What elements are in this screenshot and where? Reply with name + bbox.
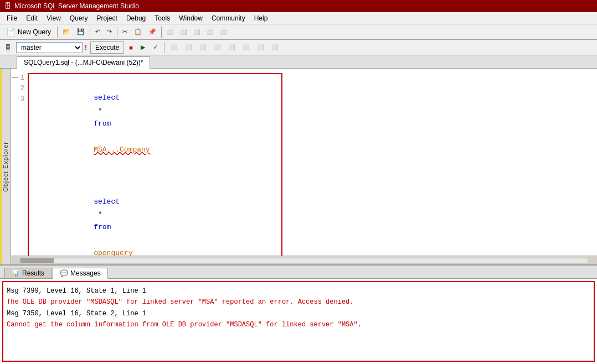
toolbar-btn-12[interactable]: ⬜: [254, 41, 266, 54]
menu-community[interactable]: Community: [207, 13, 250, 23]
stop-icon: ■: [129, 44, 133, 51]
editor-main[interactable]: 1 2 3 — select * from: [11, 69, 597, 256]
toolbar-btn-6[interactable]: ⬜: [168, 41, 180, 54]
redo-button[interactable]: ↷: [104, 26, 115, 38]
results-content[interactable]: Msg 7399, Level 16, State 1, Line 1 The …: [2, 281, 595, 362]
icon-13: ⬜: [271, 44, 278, 50]
messages-tab-label: Messages: [70, 269, 101, 277]
db-icon: 🗄: [5, 44, 11, 51]
new-query-label: New Query: [18, 28, 51, 36]
identifier-openquery: openquery: [94, 249, 132, 256]
icon-4: ⬜: [207, 29, 213, 35]
results-tab[interactable]: 📊 Results: [4, 268, 52, 278]
redo-icon: ↷: [107, 28, 112, 35]
save-button[interactable]: 💾: [74, 26, 88, 38]
copy-icon: 📋: [134, 28, 142, 35]
menu-bar: File Edit View Query Project Debug Tools…: [0, 12, 597, 24]
new-query-button[interactable]: 📄 New Query: [2, 26, 55, 38]
menu-file[interactable]: File: [2, 13, 22, 23]
toolbar-separator-4: [161, 27, 162, 38]
undo-button[interactable]: ↶: [92, 26, 103, 38]
icon-5: ⬜: [220, 29, 227, 35]
toolbar-btn-2[interactable]: ⬜: [177, 26, 189, 38]
paste-icon: 📌: [148, 28, 156, 35]
menu-debug[interactable]: Debug: [122, 13, 150, 23]
sql-editor-area: 1 2 3 — select * from: [11, 69, 597, 264]
query-tab[interactable]: SQLQuery1.sql - (...MJFC\Dewani (52))*: [17, 56, 150, 69]
new-query-icon: 📄: [6, 28, 16, 37]
tab-bar: SQLQuery1.sql - (...MJFC\Dewani (52))*: [0, 55, 597, 69]
query-tab-label: SQLQuery1.sql - (...MJFC\Dewani (52))*: [24, 59, 143, 66]
toolbar-separator-5: [164, 42, 164, 53]
scroll-track[interactable]: [20, 258, 588, 263]
stop-button[interactable]: ■: [126, 41, 136, 54]
toolbar-btn-5[interactable]: ⬜: [217, 26, 229, 38]
messages-tab-icon: 💬: [60, 269, 68, 277]
line-num-3: 3: [11, 94, 24, 105]
debug-button[interactable]: ▶: [138, 41, 148, 54]
icon-11: ⬜: [243, 44, 249, 50]
results-tab-icon: 📊: [12, 269, 20, 277]
error-msg-4: Cannot get the column information from O…: [7, 319, 590, 330]
icon-6: ⬜: [171, 44, 177, 50]
keyword-from-2: from: [94, 223, 111, 231]
editor-content[interactable]: 1 2 3 — select * from: [11, 69, 597, 256]
query-selection-box: — select * from MSA...Company: [28, 73, 282, 256]
error-msg-2: The OLE DB provider "MSDASQL" for linked…: [7, 297, 590, 308]
toolbar-btn-9[interactable]: ⬜: [211, 41, 223, 54]
database-selector[interactable]: master: [16, 42, 83, 53]
toolbar-btn-10[interactable]: ⬜: [225, 41, 238, 54]
sql-line-3: select * from openquery ( MSA , 'select …: [33, 182, 277, 256]
cut-icon: ✂: [122, 28, 127, 35]
title-bar: 🗄 Microsoft SQL Server Management Studio: [0, 0, 597, 12]
toolbar1: 📄 New Query 📂 💾 ↶ ↷ ✂ 📋 📌 ⬜ ⬜ ⬜ ⬜ ⬜: [0, 24, 597, 40]
icon-3: ⬜: [193, 29, 200, 35]
menu-help[interactable]: Help: [250, 13, 272, 23]
error-msg-1: Msg 7399, Level 16, State 1, Line 1: [7, 285, 590, 297]
horizontal-scrollbar[interactable]: [11, 256, 597, 264]
toolbar-btn-13[interactable]: ⬜: [269, 41, 281, 54]
copy-button[interactable]: 📋: [131, 26, 145, 38]
keyword-select-1: select: [94, 93, 120, 102]
toolbar-btn-1[interactable]: ⬜: [164, 26, 176, 38]
toolbar-separator-3: [117, 27, 117, 38]
menu-edit[interactable]: Edit: [22, 13, 42, 23]
icon-9: ⬜: [214, 44, 220, 50]
menu-project[interactable]: Project: [92, 13, 122, 23]
toolbar-btn-8[interactable]: ⬜: [197, 41, 209, 54]
open-icon: 📂: [63, 28, 70, 35]
object-explorer-label: Object Explorer: [2, 142, 9, 192]
parse-icon: ✓: [153, 44, 158, 51]
execute-button[interactable]: Execute: [90, 41, 124, 54]
menu-window[interactable]: Window: [174, 13, 207, 23]
menu-tools[interactable]: Tools: [150, 13, 174, 23]
identifier-msa-company: MSA...Company: [94, 145, 150, 154]
debug-icon: ▶: [141, 44, 145, 51]
toolbar-btn-3[interactable]: ⬜: [191, 26, 203, 38]
execute-label: Execute: [95, 44, 119, 51]
menu-query[interactable]: Query: [65, 13, 92, 23]
toolbar-separator-1: [57, 27, 58, 38]
undo-icon: ↶: [95, 28, 100, 35]
toolbar-btn-4[interactable]: ⬜: [204, 26, 216, 38]
keyword-select-2: select: [94, 197, 120, 206]
line-num-2: 2: [11, 84, 24, 94]
icon-8: ⬜: [199, 44, 206, 50]
toolbar-btn-7[interactable]: ⬜: [182, 41, 194, 54]
menu-view[interactable]: View: [42, 13, 65, 23]
collapse-marker[interactable]: —: [12, 74, 18, 80]
toolbar-btn-11[interactable]: ⬜: [240, 41, 252, 54]
open-file-button[interactable]: 📂: [60, 26, 73, 38]
sql-line-1: select * from MSA...Company: [33, 79, 277, 169]
messages-tab[interactable]: 💬 Messages: [53, 268, 108, 279]
exclamation-mark: !: [85, 44, 87, 51]
parse-button[interactable]: ✓: [150, 41, 161, 54]
scroll-thumb[interactable]: [20, 258, 54, 263]
db-toggle-button[interactable]: 🗄: [2, 41, 14, 54]
paste-button[interactable]: 📌: [146, 26, 159, 38]
object-explorer-sidebar[interactable]: Object Explorer: [0, 69, 11, 264]
app-title: Microsoft SQL Server Management Studio: [14, 2, 139, 10]
error-msg-3: Msg 7350, Level 16, State 2, Line 1: [7, 308, 590, 319]
results-tab-label: Results: [22, 269, 44, 277]
cut-button[interactable]: ✂: [120, 26, 130, 38]
